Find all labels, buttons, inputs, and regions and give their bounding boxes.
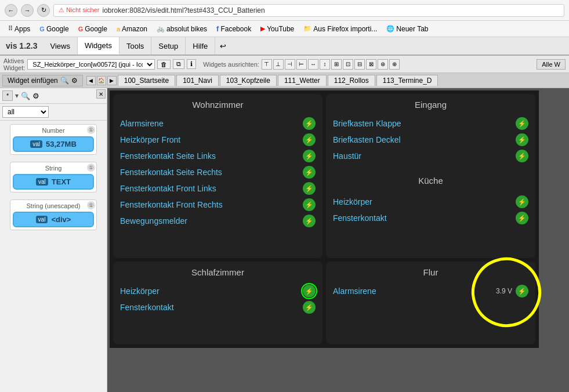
widget-unescaped-val-badge: val <box>36 216 48 223</box>
list-item: Heizkörper ⚡ <box>333 194 528 210</box>
align-extra1-button[interactable]: ⊛ <box>378 59 388 70</box>
align-bottom-button[interactable]: ⊥ <box>273 59 284 70</box>
align-dist-v-button[interactable]: ⊡ <box>343 59 353 70</box>
battery-icon[interactable]: ⚡ <box>303 198 316 211</box>
menu-widgets[interactable]: Widgets <box>78 37 119 55</box>
tab-100-startseite[interactable]: 100_Startseite <box>118 75 175 86</box>
bookmark-absolutbikes[interactable]: 🚲 absolut bikes <box>153 24 211 34</box>
battery-icon[interactable]: ⚡ <box>303 166 316 179</box>
bookmark-apps[interactable]: ⠿ Apps <box>5 24 34 34</box>
forward-button[interactable]: → <box>21 4 34 17</box>
battery-icon[interactable]: ⚡ <box>516 117 528 130</box>
align-hcenter-button[interactable]: ↔ <box>308 59 318 70</box>
tab-next-button[interactable]: ▶ <box>107 76 117 85</box>
tab-103-kopfzeile[interactable]: 103_Kopfzeile <box>220 75 277 86</box>
item-right: ⚡ <box>303 150 316 162</box>
active-widget-select[interactable]: SZ_Heizkörper_Icon[w00572] (jqui - Icon <box>27 59 155 70</box>
align-left-button[interactable]: ⊣ <box>285 59 295 70</box>
bookmark-abs-label: absolut bikes <box>166 25 207 33</box>
info-widget-button[interactable]: ℹ <box>187 59 196 69</box>
align-dist-h-button[interactable]: ⊞ <box>331 59 342 70</box>
back-button[interactable]: ← <box>5 4 17 17</box>
star-button[interactable]: * <box>2 90 13 101</box>
item-right: ⚡ <box>303 198 316 211</box>
align-extra2-button[interactable]: ⊕ <box>389 59 400 70</box>
battery-icon[interactable]: ⚡ <box>303 117 316 130</box>
all-w-button[interactable]: Alle W <box>537 59 566 70</box>
list-item: Alarmsirene ⚡ <box>120 115 316 132</box>
tab-prev-button[interactable]: ◀ <box>86 76 96 85</box>
abs-icon: 🚲 <box>157 25 165 32</box>
widget-number-value: 53,27MB <box>46 140 77 148</box>
battery-icon[interactable]: ⚡ <box>516 133 528 146</box>
align-top-button[interactable]: ⊤ <box>262 59 272 70</box>
battery-icon[interactable]: ⚡ <box>303 301 316 314</box>
voltage-value: 3.9 V <box>496 287 512 295</box>
item-right: ⚡ <box>303 117 316 130</box>
battery-icon-selected[interactable]: ⚡ <box>303 285 316 297</box>
align-buttons: ⊤ ⊥ ⊣ ⊢ ↔ ↕ ⊞ ⊡ ⊟ ⊠ ⊛ ⊕ <box>262 59 400 70</box>
item-right: 3.9 V ⚡ <box>496 285 528 297</box>
align-vcenter-button[interactable]: ↕ <box>320 59 330 70</box>
tab-112-rollos[interactable]: 112_Rollos <box>328 75 375 86</box>
battery-icon[interactable]: ⚡ <box>516 150 528 162</box>
item-fk-sz: Fensterkontakt <box>120 303 174 312</box>
bookmark-newtab[interactable]: 🌐 Neuer Tab <box>383 24 432 34</box>
settings-icon[interactable]: ⚙ <box>32 92 39 100</box>
tab-home-button[interactable]: 🏠 <box>97 76 106 85</box>
address-bar[interactable]: ⚠ Nicht sicher iobroker:8082/vis/edit.ht… <box>53 4 564 17</box>
list-item: Fensterkontakt Seite Links ⚡ <box>120 148 316 164</box>
amazon-icon: a <box>117 26 120 32</box>
tabs-bar: Widget einfügen 🔍 ⚙ ◀ 🏠 ▶ 100_Startseite… <box>0 73 569 88</box>
security-warning: ⚠ Nicht sicher <box>59 6 100 14</box>
battery-icon[interactable]: ⚡ <box>303 133 316 146</box>
bookmark-apps-label: Apps <box>15 25 30 33</box>
bookmark-firefox[interactable]: 📁 Aus Firefox importi... <box>300 24 380 34</box>
align-same-w-button[interactable]: ⊟ <box>354 59 365 70</box>
align-right-button[interactable]: ⊢ <box>296 59 307 70</box>
item-bewegungsmelder: Bewegungsmelder <box>120 216 187 226</box>
newtab-icon: 🌐 <box>386 25 394 32</box>
bookmark-amazon[interactable]: a Amazon <box>113 24 151 34</box>
widget-unescaped-value: <div> <box>51 215 71 224</box>
widget-unescaped-preview: val <div> <box>13 212 94 227</box>
delete-widget-button[interactable]: 🗑 <box>157 60 171 69</box>
bookmark-google1[interactable]: G Google <box>36 24 72 34</box>
battery-icon[interactable]: ⚡ <box>303 182 316 195</box>
bookmark-google2[interactable]: G Google <box>75 24 111 34</box>
battery-icon[interactable]: ⚡ <box>516 212 528 224</box>
battery-icon[interactable]: ⚡ <box>516 285 528 297</box>
bookmarks-bar: ⠿ Apps G Google G Google a Amazon 🚲 abso… <box>0 21 569 37</box>
item-right: ⚡ <box>303 133 316 146</box>
menu-back-button[interactable]: ↩ <box>215 39 231 53</box>
search-icon[interactable]: 🔍 <box>21 92 30 100</box>
tab-101-navi[interactable]: 101_Navi <box>176 75 219 86</box>
menu-tools[interactable]: Tools <box>119 37 151 55</box>
menu-views[interactable]: Views <box>44 37 78 55</box>
widget-insert-button[interactable]: Widget einfügen 🔍 ⚙ <box>2 75 83 86</box>
filter-select[interactable]: all jqui basic vis <box>2 106 49 118</box>
menu-hilfe[interactable]: Hilfe <box>186 37 215 55</box>
widget-item-string: String ① val TEXT <box>10 162 97 193</box>
vis-header: vis 1.2.3 Views Widgets Tools Setup Hilf… <box>0 37 569 56</box>
left-panel-close-button[interactable]: ✕ <box>96 89 106 99</box>
bookmark-youtube-label: YouTube <box>267 25 294 33</box>
bookmark-youtube[interactable]: ▶ YouTube <box>257 24 298 34</box>
battery-icon[interactable]: ⚡ <box>303 150 316 162</box>
battery-icon[interactable]: ⚡ <box>516 195 528 208</box>
copy-widget-button[interactable]: ⧉ <box>173 59 184 69</box>
align-label: Widgets ausrichten: <box>203 61 259 68</box>
tab-navigation: ◀ 🏠 ▶ <box>86 76 117 85</box>
bookmark-facebook[interactable]: f Facebook <box>213 23 255 34</box>
tab-113-termine[interactable]: 113_Termine_D <box>376 75 438 86</box>
dropdown-arrow[interactable]: ▾ <box>15 92 19 100</box>
widget-insert-label: Widget einfügen <box>8 77 58 85</box>
reload-button[interactable]: ↻ <box>37 4 50 17</box>
battery-icon[interactable]: ⚡ <box>303 215 316 227</box>
widget-number-val-badge: val <box>30 140 42 148</box>
item-right: ⚡ <box>303 215 316 227</box>
align-same-h-button[interactable]: ⊠ <box>366 59 376 70</box>
item-right: ⚡ <box>303 182 316 195</box>
tab-111-wetter[interactable]: 111_Wetter <box>278 75 327 86</box>
menu-setup[interactable]: Setup <box>151 37 186 55</box>
